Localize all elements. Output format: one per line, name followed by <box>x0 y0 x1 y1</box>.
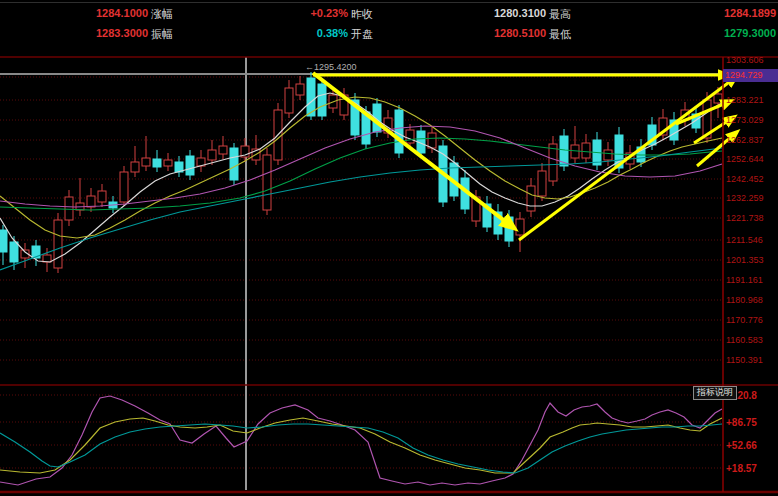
down-candle <box>395 110 403 153</box>
price-axis-label: 1252.644 <box>726 154 778 164</box>
price-axis-label: 1180.968 <box>726 295 778 305</box>
ma-magenta <box>0 126 722 207</box>
price-axis-label: 1262.837 <box>726 135 778 145</box>
up-candle <box>604 150 612 160</box>
high-price-annotation: ←1295.4200 <box>305 62 357 72</box>
down-candle <box>318 84 326 116</box>
indicator-legend-button[interactable]: 指标说明 <box>693 386 737 400</box>
up-candle <box>549 144 557 181</box>
price-axis-label: 1191.161 <box>726 275 778 285</box>
price-axis-label: 1221.738 <box>726 213 778 223</box>
up-candle <box>142 158 150 166</box>
up-candle <box>208 150 216 160</box>
price-axis-label: 1170.776 <box>726 315 778 325</box>
price-axis-label: 1232.259 <box>726 193 778 203</box>
up-candle <box>164 160 172 166</box>
current-price-tag: 1294.729 <box>723 69 778 82</box>
up-candle <box>98 191 106 202</box>
kdj-d-teal <box>0 424 722 473</box>
price-axis-label: 1242.452 <box>726 174 778 184</box>
price-axis-label: 1211.546 <box>726 235 778 245</box>
up-candle <box>65 197 73 220</box>
up-candle <box>120 172 128 202</box>
up-candle <box>219 146 227 154</box>
price-axis-label: 1283.221 <box>726 95 778 105</box>
trend-arrow <box>313 73 514 228</box>
down-candle <box>153 159 161 167</box>
up-candle <box>406 130 414 143</box>
up-candle <box>428 133 436 148</box>
price-axis-label: 1160.583 <box>726 335 778 345</box>
indicator-axis-label: +52.66 <box>726 440 778 451</box>
price-axis-label: 1303.606 <box>726 55 778 65</box>
price-axis-label: 1150.391 <box>726 355 778 365</box>
indicator-axis-label: +18.57 <box>726 463 778 474</box>
up-candle <box>263 155 271 210</box>
up-candle <box>516 219 524 235</box>
down-candle <box>230 148 238 180</box>
up-candle <box>714 94 722 103</box>
up-candle <box>582 143 590 158</box>
price-axis-label: 1273.029 <box>726 115 778 125</box>
candlestick-chart[interactable] <box>0 0 778 496</box>
down-candle <box>10 242 18 262</box>
up-candle <box>285 88 293 113</box>
down-candle <box>0 230 7 252</box>
up-candle <box>87 196 95 207</box>
up-candle <box>54 220 62 268</box>
up-candle <box>538 171 546 196</box>
indicator-axis-label: +86.75 <box>726 417 778 428</box>
trading-chart-screen: 1284.1000 涨幅 +0.23% 昨收 1280.3100 最高 1284… <box>0 0 778 496</box>
up-candle <box>131 162 139 172</box>
down-candle <box>186 156 194 175</box>
ma-white <box>0 93 722 262</box>
up-candle <box>527 186 535 211</box>
price-axis-label: 1201.353 <box>726 255 778 265</box>
up-candle <box>296 84 304 95</box>
